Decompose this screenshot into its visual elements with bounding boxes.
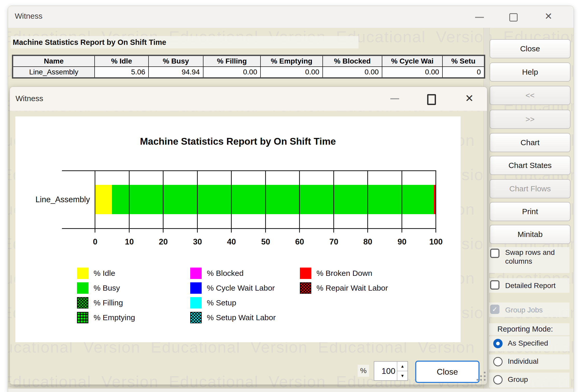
radio-group[interactable] (493, 375, 503, 384)
gridline (265, 170, 266, 233)
column-header: % Idle (95, 55, 149, 67)
gridline (197, 170, 198, 233)
chart-window-title: Witness (16, 94, 43, 103)
value-cell: 0.00 (260, 67, 322, 78)
checkbox-swap-rows-and-columns[interactable] (490, 249, 499, 258)
x-tick-label: 100 (423, 237, 449, 247)
sidebar-button-[interactable]: << (490, 86, 570, 105)
minimize-icon[interactable] (475, 17, 484, 18)
legend-swatch--broken-down (300, 268, 311, 279)
sidebar-button-minitab[interactable]: Minitab (490, 225, 570, 244)
sidebar-button-chart-states[interactable]: Chart States (490, 156, 570, 175)
main-window-title: Witness (15, 12, 43, 20)
value-cell: 0.00 (323, 67, 382, 78)
gridline (299, 170, 300, 233)
machine-statistics-table-container: Name% Idle% Busy% Filling% Emptying% Blo… (12, 55, 485, 83)
legend-label--setup-wait-labor: % Setup Wait Labor (207, 312, 276, 323)
sidebar-button-[interactable]: >> (490, 110, 570, 129)
window-bottom-edge (8, 389, 574, 392)
legend-swatch--emptying (77, 312, 88, 323)
x-tick-label: 0 (82, 237, 108, 247)
checkbox-label: Group Jobs (505, 306, 567, 314)
x-tick-label: 60 (287, 237, 313, 247)
legend-swatch--setup-wait-labor (190, 312, 202, 323)
sidebar-button-chart[interactable]: Chart (490, 133, 570, 152)
x-tick-label: 20 (150, 237, 176, 247)
zoom-value[interactable]: 100 (374, 362, 397, 380)
minimize-icon[interactable] (390, 98, 399, 99)
x-tick-label: 10 (116, 237, 142, 247)
value-cell: 5.06 (95, 67, 149, 78)
column-header: % Emptying (260, 55, 322, 67)
legend-swatch--cycle-wait-labor (190, 282, 202, 294)
zoom-spinner[interactable]: 100 ▲ ▼ (374, 361, 408, 381)
radio-as-specified[interactable] (493, 339, 503, 348)
gridline (333, 170, 334, 233)
x-tick-label: 70 (321, 237, 347, 247)
legend-label--idle: % Idle (94, 268, 115, 279)
chart-close-button[interactable]: Close (415, 361, 480, 383)
reporting-mode-label: Reporting Mode: (497, 325, 553, 333)
chart-canvas: Machine Statistics Report by On Shift Ti… (15, 116, 461, 342)
column-header: % Filling (203, 55, 260, 67)
value-cell: 0.00 (203, 67, 260, 78)
legend-swatch--filling (77, 297, 88, 309)
legend-swatch--repair-wait-labor (300, 282, 311, 294)
legend-label--broken-down: % Broken Down (316, 268, 372, 279)
resize-grip-icon[interactable] (475, 370, 486, 381)
bar-segment--idle (95, 185, 112, 214)
column-header: % Busy (149, 55, 203, 67)
radio-label: As Specified (508, 339, 548, 348)
legend-label--blocked: % Blocked (207, 268, 244, 279)
spinner-arrows: ▲ ▼ (397, 362, 407, 380)
legend-swatch--blocked (190, 268, 202, 279)
x-tick-label: 80 (355, 237, 381, 247)
main-window: Witness ✕ Educational Version Educationa… (8, 6, 574, 392)
legend-label--busy: % Busy (94, 282, 120, 294)
maximize-icon[interactable] (427, 94, 436, 105)
legend-label--cycle-wait-labor: % Cycle Wait Labor (207, 282, 275, 294)
legend-label--setup: % Setup (207, 297, 236, 309)
checkbox-label: Detailed Report (505, 281, 567, 290)
gridline (163, 170, 164, 233)
report-header: Machine Statistics Report by On Shift Ti… (13, 38, 166, 47)
spinner-up-icon[interactable]: ▲ (397, 362, 407, 371)
category-label: Line_Assembly (15, 185, 90, 214)
plot-frame-bottom (62, 228, 435, 229)
gridline (129, 170, 130, 233)
sidebar-button-print[interactable]: Print (490, 202, 570, 221)
chart-title: Machine Statistics Report by On Shift Ti… (15, 136, 461, 147)
radio-label: Individual (508, 357, 538, 366)
sidebar-button-help[interactable]: Help (490, 62, 570, 82)
x-tick-label: 50 (253, 237, 279, 247)
table-row: Line_Assembly5.0694.940.000.000.000.000 (13, 67, 485, 78)
screen: Witness ✕ Educational Version Educationa… (0, 0, 578, 392)
checkbox-label: Swap rows and columns (505, 248, 567, 266)
column-header: % Setu (442, 55, 484, 67)
checkbox-detailed-report[interactable] (490, 280, 499, 290)
x-tick-label: 30 (185, 237, 210, 247)
value-cell: 0 (442, 67, 484, 78)
legend-label--emptying: % Emptying (94, 312, 135, 323)
gridline (401, 170, 402, 233)
maximize-icon[interactable] (509, 13, 518, 22)
sidebar-button-chart-flows[interactable]: Chart Flows (490, 179, 570, 198)
gridline (435, 170, 436, 233)
legend-label--filling: % Filling (94, 297, 123, 309)
column-header: Name (13, 55, 95, 67)
gridline (95, 170, 95, 233)
sidebar-button-close[interactable]: Close (490, 39, 570, 58)
spinner-down-icon[interactable]: ▼ (397, 371, 407, 380)
radio-individual[interactable] (493, 357, 503, 366)
checkbox-group-jobs[interactable]: ✓ (490, 305, 499, 314)
plot-frame-top (62, 170, 435, 171)
percent-label: % (358, 365, 369, 377)
legend-swatch--setup (190, 297, 202, 309)
legend-swatch--idle (77, 268, 88, 279)
gridline (231, 170, 232, 233)
value-cell: 94.94 (149, 67, 203, 78)
x-tick-label: 40 (218, 237, 244, 247)
close-icon[interactable]: ✕ (465, 93, 474, 103)
x-tick-label: 90 (389, 237, 415, 247)
close-icon[interactable]: ✕ (545, 12, 552, 21)
